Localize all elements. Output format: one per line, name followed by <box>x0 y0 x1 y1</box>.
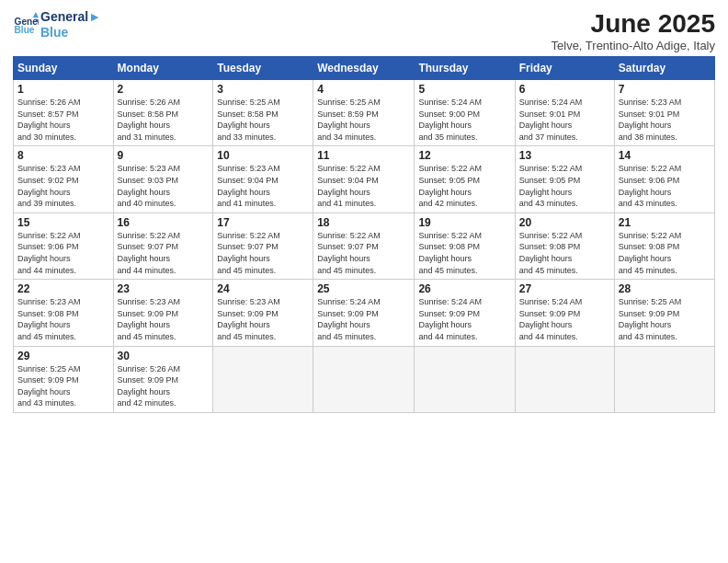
day-number: 17 <box>217 216 309 229</box>
day-info: Sunrise: 5:22 AM Sunset: 9:05 PM Dayligh… <box>519 163 610 209</box>
day-info: Sunrise: 5:22 AM Sunset: 9:07 PM Dayligh… <box>217 230 309 276</box>
day-number: 8 <box>17 149 109 162</box>
calendar-day-cell <box>313 346 415 412</box>
logo-line2: Blue <box>40 25 101 40</box>
day-info: Sunrise: 5:23 AM Sunset: 9:09 PM Dayligh… <box>217 296 309 342</box>
day-number: 6 <box>519 83 610 96</box>
day-info: Sunrise: 5:23 AM Sunset: 9:04 PM Dayligh… <box>217 163 309 209</box>
header: General Blue General► Blue June 2025 Tel… <box>13 9 715 52</box>
calendar-day-cell: 10 Sunrise: 5:23 AM Sunset: 9:04 PM Dayl… <box>213 146 313 213</box>
calendar-day-cell: 5 Sunrise: 5:24 AM Sunset: 9:00 PM Dayli… <box>415 80 515 146</box>
calendar-day-cell: 3 Sunrise: 5:25 AM Sunset: 8:58 PM Dayli… <box>213 80 313 146</box>
day-number: 25 <box>317 282 410 295</box>
calendar-day-cell <box>213 346 313 412</box>
subtitle: Telve, Trentino-Alto Adige, Italy <box>552 39 715 52</box>
calendar-day-cell: 7 Sunrise: 5:23 AM Sunset: 9:01 PM Dayli… <box>614 80 714 146</box>
col-tuesday: Tuesday <box>213 57 313 80</box>
calendar-day-cell: 9 Sunrise: 5:23 AM Sunset: 9:03 PM Dayli… <box>113 146 213 213</box>
svg-marker-2 <box>33 12 39 17</box>
day-info: Sunrise: 5:22 AM Sunset: 9:04 PM Dayligh… <box>317 163 410 209</box>
day-info: Sunrise: 5:24 AM Sunset: 9:09 PM Dayligh… <box>317 296 410 342</box>
calendar-day-cell: 28 Sunrise: 5:25 AM Sunset: 9:09 PM Dayl… <box>614 280 714 346</box>
day-info: Sunrise: 5:22 AM Sunset: 9:08 PM Dayligh… <box>519 230 610 276</box>
day-number: 10 <box>217 149 309 162</box>
day-info: Sunrise: 5:23 AM Sunset: 9:02 PM Dayligh… <box>17 163 109 209</box>
day-number: 21 <box>619 216 711 229</box>
title-block: June 2025 Telve, Trentino-Alto Adige, It… <box>552 9 715 52</box>
day-info: Sunrise: 5:23 AM Sunset: 9:09 PM Dayligh… <box>118 296 210 342</box>
calendar-day-cell: 18 Sunrise: 5:22 AM Sunset: 9:07 PM Dayl… <box>313 213 415 279</box>
calendar-header-row: Sunday Monday Tuesday Wednesday Thursday… <box>14 57 715 80</box>
calendar-week-row: 15 Sunrise: 5:22 AM Sunset: 9:06 PM Dayl… <box>14 213 715 279</box>
day-info: Sunrise: 5:25 AM Sunset: 8:59 PM Dayligh… <box>317 97 410 143</box>
calendar-day-cell: 26 Sunrise: 5:24 AM Sunset: 9:09 PM Dayl… <box>415 280 515 346</box>
day-number: 30 <box>118 350 210 362</box>
col-monday: Monday <box>113 57 213 80</box>
day-info: Sunrise: 5:24 AM Sunset: 9:09 PM Dayligh… <box>418 296 510 342</box>
svg-text:Blue: Blue <box>15 25 35 35</box>
calendar-day-cell <box>515 346 614 412</box>
day-info: Sunrise: 5:22 AM Sunset: 9:08 PM Dayligh… <box>619 230 711 276</box>
day-number: 1 <box>17 83 109 96</box>
col-wednesday: Wednesday <box>313 57 415 80</box>
calendar-day-cell: 22 Sunrise: 5:23 AM Sunset: 9:08 PM Dayl… <box>14 280 114 346</box>
calendar-day-cell: 30 Sunrise: 5:26 AM Sunset: 9:09 PM Dayl… <box>113 346 213 412</box>
day-info: Sunrise: 5:26 AM Sunset: 8:57 PM Dayligh… <box>17 97 109 143</box>
calendar-body: 1 Sunrise: 5:26 AM Sunset: 8:57 PM Dayli… <box>14 80 715 413</box>
calendar-day-cell: 2 Sunrise: 5:26 AM Sunset: 8:58 PM Dayli… <box>113 80 213 146</box>
day-number: 26 <box>418 282 510 295</box>
calendar-day-cell: 11 Sunrise: 5:22 AM Sunset: 9:04 PM Dayl… <box>313 146 415 213</box>
calendar-day-cell: 23 Sunrise: 5:23 AM Sunset: 9:09 PM Dayl… <box>113 280 213 346</box>
day-info: Sunrise: 5:23 AM Sunset: 9:03 PM Dayligh… <box>118 163 210 209</box>
calendar-day-cell: 27 Sunrise: 5:24 AM Sunset: 9:09 PM Dayl… <box>515 280 614 346</box>
day-number: 18 <box>317 216 410 229</box>
day-info: Sunrise: 5:22 AM Sunset: 9:07 PM Dayligh… <box>118 230 210 276</box>
logo-icon: General Blue <box>13 12 39 38</box>
calendar-day-cell: 17 Sunrise: 5:22 AM Sunset: 9:07 PM Dayl… <box>213 213 313 279</box>
calendar-week-row: 8 Sunrise: 5:23 AM Sunset: 9:02 PM Dayli… <box>14 146 715 213</box>
day-number: 2 <box>118 83 210 96</box>
day-info: Sunrise: 5:25 AM Sunset: 9:09 PM Dayligh… <box>17 363 109 409</box>
day-number: 12 <box>418 149 510 162</box>
calendar-day-cell: 1 Sunrise: 5:26 AM Sunset: 8:57 PM Dayli… <box>14 80 114 146</box>
main-title: June 2025 <box>552 9 715 39</box>
col-sunday: Sunday <box>14 57 114 80</box>
calendar-day-cell <box>415 346 515 412</box>
calendar-day-cell: 21 Sunrise: 5:22 AM Sunset: 9:08 PM Dayl… <box>614 213 714 279</box>
day-info: Sunrise: 5:25 AM Sunset: 9:09 PM Dayligh… <box>619 296 711 342</box>
calendar-day-cell: 19 Sunrise: 5:22 AM Sunset: 9:08 PM Dayl… <box>415 213 515 279</box>
day-info: Sunrise: 5:22 AM Sunset: 9:06 PM Dayligh… <box>17 230 109 276</box>
calendar-day-cell: 29 Sunrise: 5:25 AM Sunset: 9:09 PM Dayl… <box>14 346 114 412</box>
day-info: Sunrise: 5:22 AM Sunset: 9:06 PM Dayligh… <box>619 163 711 209</box>
day-number: 28 <box>619 282 711 295</box>
day-number: 14 <box>619 149 711 162</box>
day-number: 4 <box>317 83 410 96</box>
calendar-day-cell <box>614 346 714 412</box>
calendar-day-cell: 6 Sunrise: 5:24 AM Sunset: 9:01 PM Dayli… <box>515 80 614 146</box>
day-number: 27 <box>519 282 610 295</box>
day-info: Sunrise: 5:26 AM Sunset: 8:58 PM Dayligh… <box>118 97 210 143</box>
day-number: 23 <box>118 282 210 295</box>
day-info: Sunrise: 5:23 AM Sunset: 9:01 PM Dayligh… <box>619 97 711 143</box>
calendar-day-cell: 24 Sunrise: 5:23 AM Sunset: 9:09 PM Dayl… <box>213 280 313 346</box>
day-number: 3 <box>217 83 309 96</box>
calendar-day-cell: 4 Sunrise: 5:25 AM Sunset: 8:59 PM Dayli… <box>313 80 415 146</box>
page: General Blue General► Blue June 2025 Tel… <box>0 0 728 563</box>
day-info: Sunrise: 5:24 AM Sunset: 9:00 PM Dayligh… <box>418 97 510 143</box>
day-info: Sunrise: 5:24 AM Sunset: 9:01 PM Dayligh… <box>519 97 610 143</box>
calendar-table: Sunday Monday Tuesday Wednesday Thursday… <box>13 56 715 413</box>
day-number: 5 <box>418 83 510 96</box>
calendar-day-cell: 14 Sunrise: 5:22 AM Sunset: 9:06 PM Dayl… <box>614 146 714 213</box>
logo: General Blue General► Blue <box>13 9 101 40</box>
calendar-day-cell: 8 Sunrise: 5:23 AM Sunset: 9:02 PM Dayli… <box>14 146 114 213</box>
day-info: Sunrise: 5:22 AM Sunset: 9:07 PM Dayligh… <box>317 230 410 276</box>
day-info: Sunrise: 5:25 AM Sunset: 8:58 PM Dayligh… <box>217 97 309 143</box>
day-number: 16 <box>118 216 210 229</box>
col-thursday: Thursday <box>415 57 515 80</box>
logo-line1: General► <box>40 9 101 25</box>
calendar-week-row: 1 Sunrise: 5:26 AM Sunset: 8:57 PM Dayli… <box>14 80 715 146</box>
day-number: 7 <box>619 83 711 96</box>
day-number: 9 <box>118 149 210 162</box>
day-info: Sunrise: 5:22 AM Sunset: 9:05 PM Dayligh… <box>418 163 510 209</box>
day-number: 15 <box>17 216 109 229</box>
